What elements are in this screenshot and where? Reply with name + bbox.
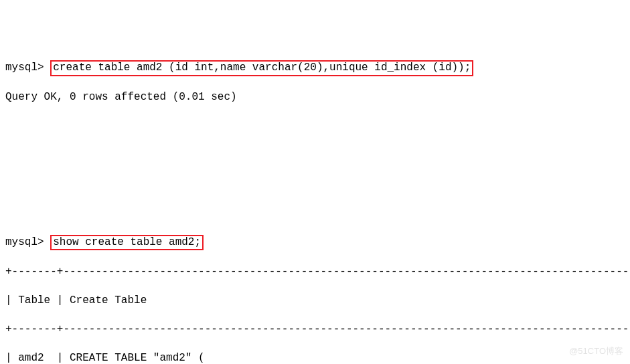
result-line-1: Query OK, 0 rows affected (0.01 sec) bbox=[5, 90, 625, 105]
highlighted-command-1: create table amd2 (id int,name varchar(2… bbox=[50, 60, 473, 76]
separator-top: +-------+-------------------------------… bbox=[5, 265, 625, 280]
separator-mid: +-------+-------------------------------… bbox=[5, 323, 625, 337]
blank-line bbox=[5, 119, 625, 134]
mysql-prompt: mysql> bbox=[5, 236, 44, 248]
blank-line bbox=[5, 177, 625, 192]
cmd-line-2: mysql> show create table amd2; bbox=[5, 235, 625, 250]
watermark-text: @51CTO博客 bbox=[569, 345, 623, 357]
mysql-prompt: mysql> bbox=[5, 62, 44, 74]
cmd-line-1: mysql> create table amd2 (id int,name va… bbox=[5, 60, 625, 76]
highlighted-command-2: show create table amd2; bbox=[50, 235, 204, 250]
body-line-1: | amd2 | CREATE TABLE "amd2" ( bbox=[5, 351, 625, 364]
blank-line bbox=[5, 206, 625, 221]
header-row: | Table | Create Table | bbox=[5, 294, 625, 308]
blank-line bbox=[5, 149, 625, 163]
